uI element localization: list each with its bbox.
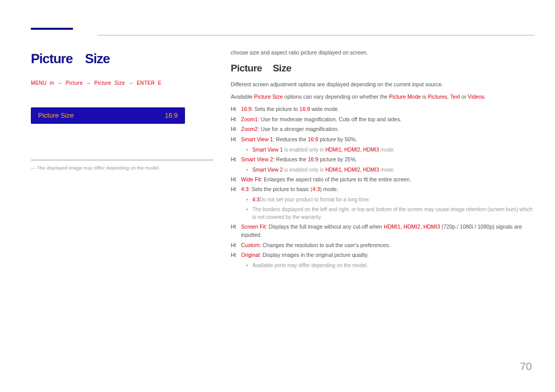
option-key: Zoom2 (241, 126, 258, 132)
option-body: Wide Fit: Enlarges the aspect ratio of t… (241, 176, 534, 184)
option-item: HtOriginal: Display images in the origin… (231, 251, 534, 259)
option-body: Screen Fit: Displays the full image with… (241, 223, 534, 239)
option-item: HtZoom1: Use for moderate magnification.… (231, 116, 534, 124)
bullet-prefix: Ht (231, 241, 237, 250)
bullet-prefix: Ht (231, 105, 237, 114)
option-key: Original (241, 252, 260, 258)
bullet-prefix: Ht (231, 223, 237, 239)
model-note: ― The displayed image may differ dependi… (31, 164, 213, 172)
option-key: Custom (241, 242, 260, 248)
option-body: Smart View 1: Reduces the 16:9 picture b… (241, 136, 534, 144)
setting-row: Picture Size 16:9 (31, 107, 185, 124)
sub-note: Smart View 2 is enabled only in HDMI1, H… (246, 166, 534, 174)
option-key: 4:3 (241, 186, 249, 192)
desc-2: Available Picture Size options can vary … (231, 93, 534, 101)
bullet-prefix: Ht (231, 116, 237, 124)
header-short-bar (31, 28, 73, 30)
desc-1: Different screen adjustment options are … (231, 81, 534, 89)
right-column: choose size and aspect ratio picture dis… (231, 49, 534, 271)
bullet-prefix: Ht (231, 251, 237, 259)
option-body: Custom: Changes the resolution to suit t… (241, 241, 534, 250)
option-body: Smart View 2: Reduces the 16:9 picture b… (241, 156, 534, 164)
option-key2: 16:9 (308, 136, 318, 142)
option-item: HtSmart View 1: Reduces the 16:9 picture… (231, 136, 534, 144)
option-list: Ht16:9: Sets the picture to 16:9 wide mo… (231, 105, 534, 269)
desc2-key4: Text (450, 94, 460, 100)
desc2-mid2: is (421, 94, 428, 100)
bullet-prefix: Ht (231, 125, 237, 134)
sub-note: Smart View 1 is enabled only in HDMI1, H… (246, 146, 534, 154)
section-title: Picture Size (231, 61, 534, 76)
option-body: 16:9: Sets the picture to 16:9 wide mode… (241, 105, 534, 114)
desc2-key1: Picture Size (254, 94, 283, 100)
sub-note: 4:3Do not set your product to format for… (246, 196, 534, 203)
desc2-key3: Pictures (428, 94, 447, 100)
page-number: 70 (520, 358, 532, 375)
desc2-prefix: Available (231, 94, 254, 100)
option-body: 4:3: Sets the picture to basic (4:3) mod… (241, 185, 534, 194)
option-item: HtScreen Fit: Displays the full image wi… (231, 223, 534, 239)
setting-label: Picture Size (38, 110, 73, 121)
option-item: HtZoom2: Use for a stronger magnificatio… (231, 125, 534, 134)
intro-text: choose size and aspect ratio picture dis… (231, 49, 534, 57)
bullet-prefix: Ht (231, 156, 237, 164)
option-item: Ht16:9: Sets the picture to 16:9 wide mo… (231, 105, 534, 114)
option-key: Screen Fit (241, 223, 266, 230)
option-body: Zoom2: Use for a stronger magnification. (241, 125, 534, 134)
bullet-prefix: Ht (231, 176, 237, 184)
header-long-bar (98, 35, 534, 35)
page-title: Picture Size (31, 49, 213, 69)
option-item: Ht4:3: Sets the picture to basic (4:3) m… (231, 185, 534, 194)
option-item: HtCustom: Changes the resolution to suit… (231, 241, 534, 250)
option-key2: 16:9 (308, 156, 318, 162)
setting-value: 16:9 (165, 110, 178, 121)
option-key: Zoom1 (241, 116, 258, 122)
bullet-prefix: Ht (231, 185, 237, 194)
option-key2: 16:9 (300, 106, 310, 112)
sub-note: Available ports may differ depending on … (246, 262, 534, 269)
option-key2: HDMI1, HDMI2, HDMI3 (384, 223, 440, 230)
bullet-prefix: Ht (231, 136, 237, 144)
desc2-key2: Picture Mode (389, 94, 421, 100)
header (31, 15, 534, 36)
divider (31, 160, 213, 160)
option-body: Original: Display images in the original… (241, 251, 534, 259)
left-column: Picture Size MENU m → Picture → Picture … (31, 49, 213, 271)
option-body: Zoom1: Use for moderate magnification. C… (241, 116, 534, 124)
option-key2: 4:3 (312, 186, 320, 192)
desc2-mid: options can vary depending on whether th… (283, 94, 389, 100)
option-item: HtSmart View 2: Reduces the 16:9 picture… (231, 156, 534, 164)
option-item: HtWide Fit: Enlarges the aspect ratio of… (231, 176, 534, 184)
option-key: Smart View 2 (241, 156, 273, 162)
desc2-end: . (484, 94, 486, 100)
option-key: Smart View 1 (241, 136, 273, 142)
sub-note: The borders displayed on the left and ri… (246, 206, 534, 221)
desc2-key5: Videos (468, 94, 484, 100)
option-key: 16:9 (241, 106, 251, 112)
desc2-mid4: or (460, 94, 468, 100)
menu-path: MENU m → Picture → Picture Size → ENTER … (31, 79, 213, 87)
option-key: Wide Fit (241, 176, 261, 182)
